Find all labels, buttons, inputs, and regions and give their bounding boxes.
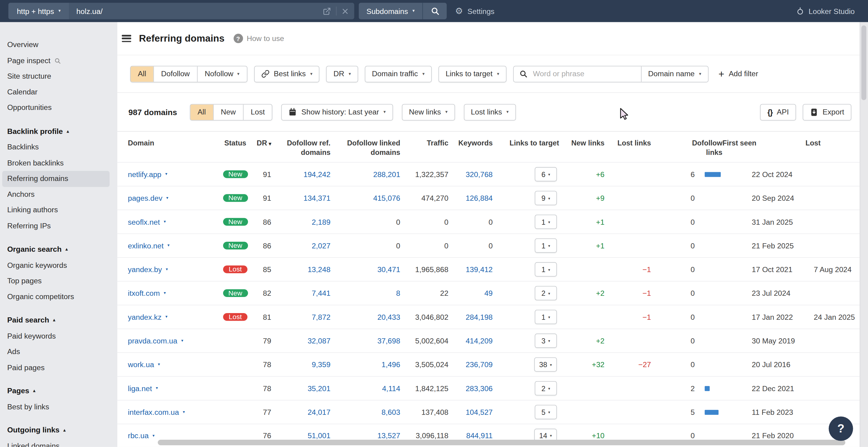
domain-link[interactable]: yandex.by▾ — [128, 265, 223, 273]
follow-tab-all[interactable]: All — [131, 66, 153, 82]
domain-link[interactable]: yandex.kz▾ — [128, 313, 223, 321]
dofollow-linked-domains-link[interactable]: 288,201 — [373, 170, 400, 178]
dofollow-linked-domains-link[interactable]: 30,471 — [377, 265, 400, 273]
dofollow-ref-domains-link[interactable]: 9,359 — [312, 360, 331, 369]
sidebar-item-page-inspect[interactable]: Page inspect — [2, 53, 110, 69]
sidebar-item-top-pages[interactable]: Top pages — [2, 273, 110, 289]
sidebar-item-linked-domains[interactable]: Linked domains — [2, 438, 110, 447]
dofollow-linked-domains-link[interactable]: 37,698 — [377, 337, 400, 345]
filter-links-to-target-dropdown[interactable]: Links to target▾ — [438, 66, 506, 82]
dofollow-ref-domains-link[interactable]: 194,242 — [303, 170, 330, 178]
vertical-scrollbar[interactable] — [860, 22, 868, 447]
help-button[interactable]: ? — [829, 417, 853, 441]
keywords-link[interactable]: 320,768 — [466, 170, 493, 178]
dofollow-linked-domains-link[interactable]: 13,527 — [377, 432, 400, 440]
links-to-target-dropdown[interactable]: 2▾ — [535, 286, 557, 300]
how-to-use-link[interactable]: ? How to use — [234, 34, 284, 43]
url-input[interactable]: holz.ua/ — [69, 3, 354, 20]
column-header-status[interactable]: Status — [223, 138, 247, 157]
sidebar-item-backlinks[interactable]: Backlinks — [2, 139, 110, 155]
column-header-dofollow_linked[interactable]: Dofollow linkeddomains — [330, 138, 400, 157]
dofollow-ref-domains-link[interactable]: 13,248 — [308, 265, 330, 273]
domain-link[interactable]: interfax.com.ua▾ — [128, 408, 223, 416]
keywords-link[interactable]: 104,527 — [466, 408, 493, 416]
sidebar-item-linking-authors[interactable]: Linking authors — [2, 203, 110, 218]
looker-studio-button[interactable]: Looker Studio — [796, 7, 855, 15]
dofollow-ref-domains-link[interactable]: 7,872 — [312, 313, 331, 321]
dofollow-ref-domains-link[interactable]: 35,201 — [308, 384, 330, 392]
sidebar-item-overview[interactable]: Overview — [2, 37, 110, 53]
domain-link[interactable]: itxoft.com▾ — [128, 289, 223, 297]
filter-dr-dropdown[interactable]: DR▾ — [327, 66, 358, 82]
dofollow-linked-domains-link[interactable]: 8 — [396, 289, 400, 297]
dofollow-linked-domains-link[interactable]: 20,433 — [377, 313, 400, 321]
sidebar-item-referring-ips[interactable]: Referring IPs — [2, 218, 110, 234]
domain-link[interactable]: pravda.com.ua▾ — [128, 337, 223, 345]
protocol-dropdown[interactable]: http + https ▾ — [8, 3, 69, 20]
sidebar-item-broken-backlinks[interactable]: Broken backlinks — [2, 155, 110, 171]
new-links-dropdown[interactable]: New links ▾ — [402, 104, 455, 121]
settings-button[interactable]: ⚙ Settings — [455, 7, 494, 15]
dofollow-ref-domains-link[interactable]: 134,371 — [303, 194, 330, 202]
dofollow-linked-domains-link[interactable]: 1,496 — [381, 360, 400, 369]
links-to-target-dropdown[interactable]: 6▾ — [535, 167, 557, 181]
sidebar-section-header[interactable]: Organic search▴ — [0, 242, 117, 257]
filter-best-links-dropdown[interactable]: Best links▾ — [254, 66, 319, 82]
domain-link[interactable]: work.ua▾ — [128, 360, 223, 369]
column-header-links_to_target[interactable]: Links to target — [493, 138, 559, 157]
column-header-lost_links[interactable]: Lost links — [604, 138, 651, 157]
menu-icon[interactable] — [122, 35, 131, 42]
search-submit-button[interactable] — [423, 3, 447, 20]
sidebar-item-anchors[interactable]: Anchors — [2, 187, 110, 203]
keywords-link[interactable]: 49 — [485, 289, 493, 297]
sidebar-section-header[interactable]: Outgoing links▴ — [0, 423, 117, 439]
keywords-link[interactable]: 283,306 — [466, 384, 493, 392]
dofollow-ref-domains-link[interactable]: 2,189 — [312, 218, 331, 226]
column-header-dofollow_links[interactable]: Dofollowlinks — [651, 138, 722, 157]
open-external-icon[interactable] — [323, 7, 331, 15]
column-header-lost[interactable]: Lost — [805, 138, 860, 157]
dofollow-linked-domains-link[interactable]: 415,076 — [373, 194, 400, 202]
dofollow-linked-domains-link[interactable]: 8,603 — [381, 408, 400, 416]
links-to-target-dropdown[interactable]: 1▾ — [535, 310, 557, 324]
links-to-target-dropdown[interactable]: 3▾ — [535, 334, 557, 348]
sidebar-section-header[interactable]: Backlink profile▴ — [0, 124, 117, 139]
domain-link[interactable]: rbc.ua▾ — [128, 432, 223, 440]
phrase-search-input[interactable] — [532, 69, 623, 79]
keywords-link[interactable]: 236,709 — [466, 360, 493, 369]
dofollow-ref-domains-link[interactable]: 7,441 — [312, 289, 331, 297]
dofollow-ref-domains-link[interactable]: 51,001 — [308, 432, 330, 440]
domain-link[interactable]: liga.net▾ — [128, 384, 223, 392]
column-header-keywords[interactable]: Keywords — [448, 138, 493, 157]
column-header-dofollow_ref[interactable]: Dofollow ref.domains — [271, 138, 331, 157]
keywords-link[interactable]: 414,209 — [466, 337, 493, 345]
sidebar-item-best-by-links[interactable]: Best by links — [2, 399, 110, 415]
domain-link[interactable]: seoflx.net▾ — [128, 218, 223, 226]
sidebar-item-referring-domains[interactable]: Referring domains — [2, 171, 110, 187]
scope-dropdown[interactable]: Subdomains ▾ — [359, 3, 423, 20]
sidebar-item-paid-keywords[interactable]: Paid keywords — [2, 328, 110, 344]
column-header-traffic[interactable]: Traffic — [400, 138, 448, 157]
dofollow-ref-domains-link[interactable]: 2,027 — [312, 241, 331, 250]
search-mode-dropdown[interactable]: Domain name ▾ — [641, 66, 708, 82]
sidebar-item-organic-competitors[interactable]: Organic competitors — [2, 289, 110, 305]
sidebar-item-site-structure[interactable]: Site structure — [2, 69, 110, 84]
column-header-domain[interactable]: Domain — [128, 138, 223, 157]
links-to-target-dropdown[interactable]: 5▾ — [535, 405, 557, 419]
dofollow-ref-domains-link[interactable]: 24,017 — [308, 408, 330, 416]
filter-domain-traffic-dropdown[interactable]: Domain traffic▾ — [365, 66, 432, 82]
keywords-link[interactable]: 126,884 — [466, 194, 493, 202]
domain-link[interactable]: exlinko.net▾ — [128, 241, 223, 250]
links-to-target-dropdown[interactable]: 9▾ — [535, 191, 557, 205]
dofollow-ref-domains-link[interactable]: 32,087 — [308, 337, 330, 345]
status-tab-lost[interactable]: Lost — [243, 104, 272, 119]
sidebar-section-header[interactable]: Pages▴ — [0, 383, 117, 399]
domain-link[interactable]: netlify.app▾ — [128, 170, 223, 178]
links-to-target-dropdown[interactable]: 38▾ — [534, 357, 557, 372]
follow-tab-nofollow[interactable]: Nofollow▾ — [197, 66, 247, 82]
add-filter-button[interactable]: + Add filter — [718, 69, 758, 79]
sidebar-item-ads[interactable]: Ads — [2, 344, 110, 360]
column-header-new_links[interactable]: New links — [559, 138, 604, 157]
keywords-link[interactable]: 139,412 — [466, 265, 493, 273]
keywords-link[interactable]: 284,198 — [466, 313, 493, 321]
